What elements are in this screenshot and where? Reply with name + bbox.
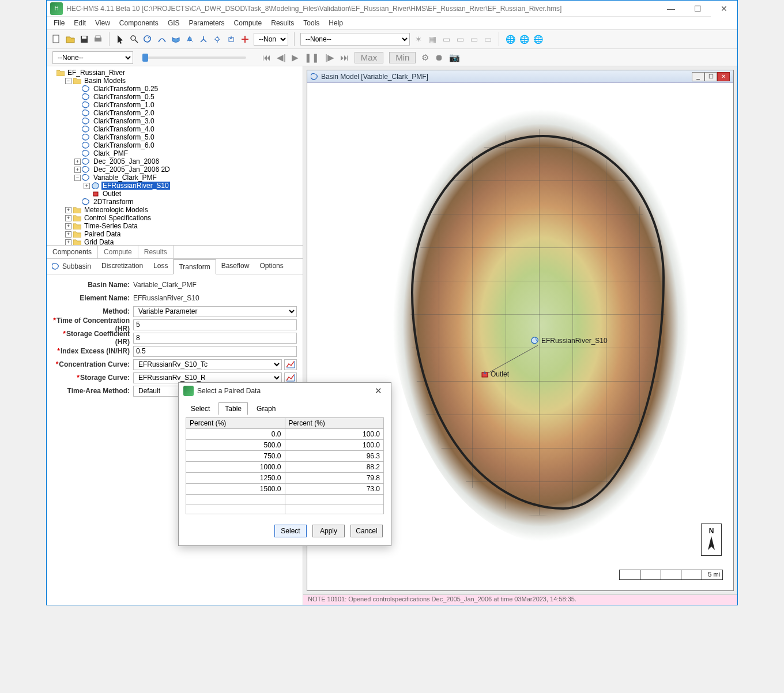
tab-loss[interactable]: Loss bbox=[148, 259, 173, 274]
menu-gis[interactable]: GIS bbox=[164, 18, 183, 28]
results-2-icon[interactable]: ▭ bbox=[455, 34, 465, 44]
diversion-tool-icon[interactable] bbox=[198, 34, 209, 44]
tab-transform[interactable]: Transform bbox=[173, 259, 216, 274]
menu-tools[interactable]: Tools bbox=[300, 18, 323, 28]
table-row[interactable]: 500.0100.0 bbox=[186, 440, 384, 451]
tab-discretization[interactable]: Discretization bbox=[96, 259, 148, 274]
dialog-apply-button[interactable]: Apply bbox=[312, 525, 345, 537]
junction-tool-icon[interactable] bbox=[184, 34, 195, 44]
settings-gear-icon[interactable]: ⚙ bbox=[421, 52, 429, 63]
dialog-close-button[interactable]: ✕ bbox=[370, 386, 386, 396]
max-button[interactable]: Max bbox=[355, 52, 383, 63]
step-fwd-icon[interactable]: |▶ bbox=[325, 52, 334, 63]
tree-item[interactable]: Clark_PMF bbox=[92, 149, 129, 157]
tree-item[interactable]: ClarkTransform_4.0 bbox=[92, 125, 156, 133]
table-row[interactable]: 1000.088.2 bbox=[186, 462, 384, 473]
tree-item[interactable]: Dec_2005_Jan_2006 2D bbox=[92, 165, 171, 174]
tree-category[interactable]: Control Specifications bbox=[83, 214, 152, 222]
menu-edit[interactable]: Edit bbox=[70, 18, 89, 28]
globe-3-icon[interactable]: 🌐 bbox=[533, 34, 543, 44]
minimize-button[interactable]: — bbox=[658, 1, 684, 17]
map-maximize-button[interactable]: ☐ bbox=[704, 72, 717, 81]
menu-compute[interactable]: Compute bbox=[231, 18, 266, 28]
skip-end-icon[interactable]: ⏭ bbox=[340, 52, 349, 62]
tab-components[interactable]: Components bbox=[47, 246, 98, 258]
sink-tool-icon[interactable] bbox=[226, 34, 236, 44]
playback-combo[interactable]: --None-- bbox=[52, 51, 133, 64]
open-icon[interactable] bbox=[65, 34, 76, 44]
table-row[interactable]: 1250.079.8 bbox=[186, 473, 384, 484]
globe-2-icon[interactable]: 🌐 bbox=[519, 34, 529, 44]
menu-parameters[interactable]: Parameters bbox=[186, 18, 228, 28]
tab-results[interactable]: Results bbox=[138, 246, 174, 258]
subbasin-tool-icon[interactable] bbox=[143, 34, 153, 44]
scv-chart-icon[interactable] bbox=[284, 372, 297, 383]
ie-input[interactable] bbox=[133, 346, 297, 357]
maximize-button[interactable]: ☐ bbox=[684, 1, 711, 17]
tab-options[interactable]: Options bbox=[254, 259, 288, 274]
tab-baseflow[interactable]: Baseflow bbox=[216, 259, 255, 274]
table-row[interactable]: 0.0100.0 bbox=[186, 429, 384, 440]
map-node-outlet[interactable]: Outlet bbox=[480, 370, 509, 378]
tree-item-subbasin[interactable]: EFRussianRiver_S10 bbox=[101, 182, 170, 190]
tree-item[interactable]: Variable_Clark_PMF bbox=[92, 174, 158, 182]
tree-item[interactable]: ClarkTransform_2.0 bbox=[92, 109, 156, 117]
tree-item[interactable]: ClarkTransform_0.25 bbox=[92, 85, 159, 93]
tree-root[interactable]: EF_Russian_River bbox=[66, 69, 126, 77]
pause-icon[interactable]: ❚❚ bbox=[304, 52, 319, 63]
table-row[interactable]: 1500.073.0 bbox=[186, 484, 384, 495]
menu-view[interactable]: View bbox=[92, 18, 114, 28]
tab-compute[interactable]: Compute bbox=[98, 246, 138, 258]
dialog-cancel-button[interactable]: Cancel bbox=[350, 525, 383, 537]
reservoir-tool-icon[interactable] bbox=[171, 34, 181, 44]
dialog-select-button[interactable]: Select bbox=[274, 525, 307, 537]
tree-item-outlet[interactable]: Outlet bbox=[101, 190, 122, 198]
time-slider[interactable] bbox=[142, 57, 246, 59]
cc-select[interactable]: EFRussianRv_S10_Tc bbox=[133, 359, 282, 370]
tool-combo-2[interactable]: --None-- bbox=[300, 33, 410, 46]
add-tool-icon[interactable] bbox=[240, 34, 250, 44]
dialog-tab-graph[interactable]: Graph bbox=[250, 402, 282, 415]
zoom-icon[interactable] bbox=[129, 34, 140, 44]
new-icon[interactable] bbox=[51, 34, 62, 44]
tree-item[interactable]: 2DTransform bbox=[92, 198, 135, 206]
min-button[interactable]: Min bbox=[389, 52, 416, 63]
method-select[interactable]: Variable Parameter bbox=[133, 306, 297, 317]
map-minimize-button[interactable]: _ bbox=[692, 72, 704, 81]
save-icon[interactable] bbox=[79, 34, 89, 44]
dialog-tab-select[interactable]: Select bbox=[184, 402, 216, 415]
run-current-icon[interactable]: ✶ bbox=[413, 34, 424, 44]
tree-basin-models[interactable]: Basin Models bbox=[83, 77, 127, 85]
scv-select[interactable]: EFRussianRv_S10_R bbox=[133, 372, 282, 383]
menu-results[interactable]: Results bbox=[267, 18, 297, 28]
camera-icon[interactable]: 📷 bbox=[449, 52, 460, 63]
source-tool-icon[interactable] bbox=[212, 34, 223, 44]
tc-input[interactable] bbox=[133, 319, 297, 330]
cc-chart-icon[interactable] bbox=[284, 359, 297, 370]
sc-input[interactable] bbox=[133, 333, 297, 344]
tree-item[interactable]: ClarkTransform_5.0 bbox=[92, 133, 156, 141]
results-3-icon[interactable]: ▭ bbox=[469, 34, 479, 44]
print-icon[interactable] bbox=[93, 34, 103, 44]
tree-item[interactable]: ClarkTransform_0.5 bbox=[92, 93, 156, 101]
tree-item[interactable]: ClarkTransform_3.0 bbox=[92, 117, 156, 125]
tab-subbasin[interactable]: Subbasin bbox=[47, 259, 96, 274]
run-multi-icon[interactable]: ▦ bbox=[427, 34, 438, 44]
menu-components[interactable]: Components bbox=[116, 18, 162, 28]
tree-item[interactable]: ClarkTransform_6.0 bbox=[92, 141, 156, 149]
tree-category[interactable]: Grid Data bbox=[83, 238, 115, 245]
pointer-icon[interactable] bbox=[115, 34, 126, 44]
record-icon[interactable]: ⏺ bbox=[435, 52, 443, 62]
menu-help[interactable]: Help bbox=[325, 18, 346, 28]
tree-category[interactable]: Time-Series Data bbox=[83, 222, 139, 230]
results-4-icon[interactable]: ▭ bbox=[483, 34, 493, 44]
dialog-tab-table[interactable]: Table bbox=[218, 402, 248, 415]
globe-1-icon[interactable]: 🌐 bbox=[505, 34, 515, 44]
results-1-icon[interactable]: ▭ bbox=[441, 34, 451, 44]
tree-item[interactable]: Dec_2005_Jan_2006 bbox=[92, 157, 160, 165]
close-button[interactable]: ✕ bbox=[711, 1, 737, 17]
reach-tool-icon[interactable] bbox=[157, 34, 167, 44]
skip-start-icon[interactable]: ⏮ bbox=[262, 52, 271, 62]
play-icon[interactable]: ▶ bbox=[292, 52, 299, 63]
tree-category[interactable]: Meteorologic Models bbox=[83, 206, 149, 214]
